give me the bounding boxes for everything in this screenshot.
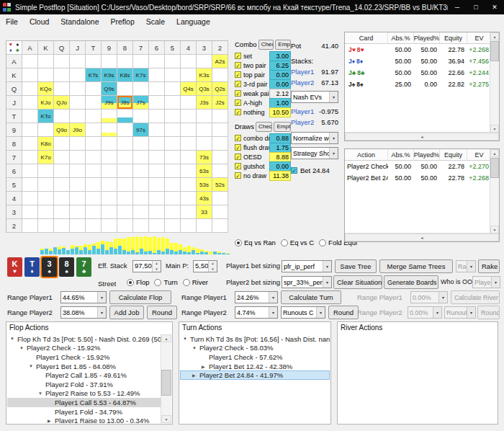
matrix-cell-5Q[interactable]: [54, 178, 70, 192]
matrix-cell-4J[interactable]: [70, 192, 86, 205]
action-row-2[interactable]: Player2 Bet 24.8450.0050.0022.78+2.268: [345, 172, 499, 184]
matrix-cell-84[interactable]: [181, 137, 197, 151]
matrix-cell-T4[interactable]: [181, 110, 197, 123]
matrix-cell-2K[interactable]: [38, 219, 54, 233]
scrollbar-thumb[interactable]: [490, 41, 499, 61]
matrix-cell-A8[interactable]: [117, 55, 133, 68]
matrix-cell-J9o[interactable]: J9o: [70, 123, 86, 137]
spin-down-icon[interactable]: ▾: [153, 267, 161, 272]
draws-no-draw-checkbox[interactable]: ✓: [235, 172, 241, 179]
matrix-cell-5T[interactable]: [86, 178, 102, 192]
matrix-cell-TQ[interactable]: [54, 110, 70, 123]
matrix-cell-A2s[interactable]: A2s: [212, 55, 228, 68]
matrix-cell-6K[interactable]: [38, 164, 54, 178]
matrix-cell-8Q[interactable]: [54, 137, 70, 151]
menu-file[interactable]: File: [0, 16, 24, 27]
range-p2-flop-dropdown[interactable]: 38.08% ▾: [60, 306, 107, 319]
collapse-icon[interactable]: ▼: [183, 337, 190, 341]
matrix-cell-KQ[interactable]: [54, 68, 70, 82]
matrix-cell-J4[interactable]: [181, 96, 197, 110]
matrix-cell-6Q[interactable]: [54, 164, 70, 178]
matrix-cell-68[interactable]: [117, 164, 133, 178]
board-card-Td[interactable]: T♦: [24, 257, 40, 277]
main-pot-input[interactable]: 5,50 ▴▾: [193, 260, 217, 272]
matrix-cell-42[interactable]: [212, 192, 228, 205]
matrix-cell-K9s[interactable]: K9s: [102, 68, 117, 82]
player2-ev-link[interactable]: Player2: [291, 118, 314, 126]
street-flop-radio[interactable]: Flop: [127, 278, 149, 286]
action-row-1[interactable]: Player2 Check50.0050.0022.78+2.270: [345, 161, 499, 172]
matrix-cell-J2s[interactable]: J2s: [212, 96, 228, 110]
matrix-cell-86[interactable]: [149, 137, 165, 151]
matrix-cell-88[interactable]: [117, 137, 133, 151]
matrix-cell-T9[interactable]: [102, 110, 117, 123]
turn-tree-row-5[interactable]: ▶Player2 Bet 24.84 - 41.97%: [180, 370, 330, 380]
combo-row-2[interactable]: J♦8♦50.0050.0036.94+7.456: [345, 55, 499, 67]
matrix-cell-22[interactable]: [212, 219, 228, 233]
matrix-cell-6T[interactable]: [86, 164, 102, 178]
matrix-cell-Q2s[interactable]: Q2s: [212, 82, 228, 96]
matrix-cell-43s[interactable]: 43s: [197, 192, 212, 205]
matrix-cell-TT[interactable]: [86, 110, 102, 123]
matrix-cell-97s[interactable]: 97s: [133, 123, 149, 137]
flop-tree-scrollbar[interactable]: ▲ ▼: [161, 334, 171, 423]
combo-top-pair-checkbox[interactable]: ✓: [235, 71, 241, 78]
matrix-cell-Q9s[interactable]: Q9s: [102, 82, 117, 96]
matrix-cell-AJ[interactable]: [70, 55, 86, 68]
matrix-cell-98[interactable]: [117, 123, 133, 137]
matrix-cell-83[interactable]: [197, 137, 212, 151]
scroll-left-icon[interactable]: ◄: [345, 133, 499, 141]
flop-tree-row-3[interactable]: Player1 Check - 15.92%: [7, 352, 161, 362]
vertical-scrollbar[interactable]: ▲▼: [490, 149, 499, 234]
matrix-cell-52s[interactable]: 52s: [212, 178, 228, 192]
matrix-cell-3A[interactable]: [22, 205, 38, 219]
strategy-show-dropdown[interactable]: Strategy Show ▾: [291, 147, 338, 159]
matrix-cell-AK[interactable]: [38, 55, 54, 68]
matrix-cell-7Q[interactable]: [54, 151, 70, 164]
matrix-cell-Q5[interactable]: [165, 82, 181, 96]
flop-tree-row-7[interactable]: ▼Player2 Raise to 5.53 - 12.49%: [7, 389, 161, 399]
matrix-cell-94[interactable]: [181, 123, 197, 137]
matrix-cell-85[interactable]: [165, 137, 181, 151]
matrix-cell-JJ[interactable]: [70, 96, 86, 110]
player1-ev-link[interactable]: Player1: [291, 107, 314, 115]
matrix-cell-39[interactable]: [102, 205, 117, 219]
matrix-cell-9A[interactable]: [22, 123, 38, 137]
matrix-cell-37[interactable]: [133, 205, 149, 219]
matrix-cell-95[interactable]: [165, 123, 181, 137]
combo-weak-pair-checkbox[interactable]: ✓: [235, 90, 241, 97]
draws-oesd-checkbox[interactable]: ✓: [235, 154, 241, 160]
combo-two-pair-checkbox[interactable]: ✓: [235, 62, 241, 68]
clear-situation-button[interactable]: Clear Situation: [333, 275, 382, 289]
matrix-cell-36[interactable]: [149, 205, 165, 219]
matrix-cell-J7s[interactable]: J7s: [133, 96, 149, 110]
board-card-Kh[interactable]: K♥: [7, 257, 22, 277]
matrix-cell-96[interactable]: [149, 123, 165, 137]
scroll-left-icon[interactable]: ◄: [345, 234, 499, 241]
matrix-cell-49[interactable]: [102, 192, 117, 205]
range-p2-turn-dropdown[interactable]: 4.74% ▾: [235, 306, 278, 319]
turn-tree-row-2[interactable]: ▼Player2 Check - 58.03%: [180, 344, 330, 353]
matrix-cell-65[interactable]: [165, 164, 181, 178]
matrix-cell-74[interactable]: [181, 151, 197, 164]
add-job-button[interactable]: Add Job: [109, 306, 144, 319]
matrix-cell-QA[interactable]: [22, 82, 38, 96]
matrix-cell-46[interactable]: [149, 192, 165, 205]
matrix-cell-34[interactable]: [181, 205, 197, 219]
board-card-3s[interactable]: 3♠: [42, 257, 57, 277]
matrix-cell-T5[interactable]: [165, 110, 181, 123]
matrix-cell-3Q[interactable]: [54, 205, 70, 219]
matrix-cell-Q7[interactable]: [133, 82, 149, 96]
matrix-cell-23[interactable]: [197, 219, 212, 233]
matrix-cell-99[interactable]: [102, 123, 117, 137]
menu-standalone[interactable]: Standalone: [55, 16, 104, 27]
matrix-cell-67[interactable]: [133, 164, 149, 178]
expand-icon[interactable]: ▶: [192, 373, 199, 378]
matrix-cell-J6[interactable]: [149, 96, 165, 110]
flop-tree-row-4[interactable]: ▼Player1 Bet 1.85 - 84.08%: [7, 362, 161, 371]
combo-row-3[interactable]: J♣8♣50.0050.0022.66+2.244: [345, 67, 499, 79]
matrix-cell-78[interactable]: [117, 151, 133, 164]
matrix-cell-44[interactable]: [181, 192, 197, 205]
scroll-up-icon[interactable]: ▲: [490, 32, 499, 40]
matrix-cell-32[interactable]: [212, 205, 228, 219]
